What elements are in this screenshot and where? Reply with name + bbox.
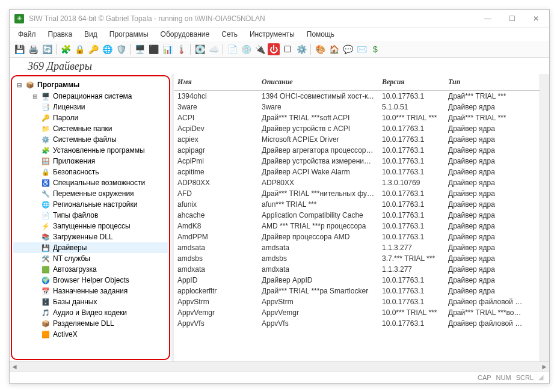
tree-item[interactable]: 🪟Приложения [13, 156, 168, 167]
list-row[interactable]: AmdK8AMD *** TRIAL ***р процессора10.0.1… [174, 221, 549, 231]
col-version[interactable]: Версия [378, 76, 445, 88]
disk-icon[interactable]: 💽 [194, 43, 206, 55]
monitor-icon[interactable]: 🖥️ [134, 43, 146, 55]
menu-item[interactable]: Вид [79, 29, 102, 40]
list-row[interactable]: amdxataamdxata1.1.3.277Драйвер ядра [174, 264, 549, 275]
globe-icon[interactable]: 🌐 [101, 43, 113, 55]
tree-item[interactable]: 🛠️NT службы [13, 253, 168, 264]
refresh-icon[interactable]: 🔄 [41, 43, 53, 55]
col-desc[interactable]: Описание [258, 76, 378, 88]
save-icon[interactable]: 💾 [13, 43, 25, 55]
tree-item[interactable]: 🟩Автозагрузка [13, 264, 168, 275]
tree-item[interactable]: 🗄️Базы данных [13, 296, 168, 307]
list-row[interactable]: acpipagrДрайвер агрегатора процессора...… [174, 145, 549, 156]
tree-item[interactable]: ⊞🖥️Операционная система [13, 91, 168, 102]
lock-icon[interactable]: 🔒 [73, 43, 85, 55]
tree-item[interactable]: ⚡Запущенные процессы [13, 221, 168, 231]
thermometer-icon[interactable]: 🌡️ [175, 43, 187, 55]
doc-icon[interactable]: 📄 [226, 43, 238, 55]
item-icon: 🪟 [41, 156, 51, 166]
menu-item[interactable]: Помощь [302, 29, 339, 40]
maximize-button[interactable]: ☐ [503, 13, 520, 25]
tree-item[interactable]: 🎵Аудио и Видео кодеки [13, 307, 168, 318]
col-name[interactable]: Имя [174, 76, 258, 88]
cpu-icon[interactable]: ⬛ [147, 43, 159, 55]
power-icon[interactable]: ⏻ [268, 43, 280, 55]
list-row[interactable]: AcpiDevДрайвер устройств с ACPI10.0.1776… [174, 123, 549, 134]
home-icon[interactable]: 🏠 [328, 43, 340, 55]
list-row[interactable]: ACPIДрай*** TRIAL ***soft ACPI10.0*** TR… [174, 112, 549, 123]
menu-item[interactable]: Сеть [217, 29, 242, 40]
tree-item[interactable]: 📑Лицензии [13, 102, 168, 112]
list-row[interactable]: acpitimeДрайвер ACPI Wake Alarm10.0.1776… [174, 167, 549, 177]
list-row[interactable]: AmdPPMДрайвер процессора AMD10.0.17763.1… [174, 231, 549, 242]
tree-item[interactable]: 📄Типы файлов [13, 210, 168, 221]
cell: Драй*** TRIAL *** [445, 91, 529, 102]
tree-root[interactable]: ⊟ 📦 Программы [13, 79, 168, 91]
list-row[interactable]: 3ware3ware5.1.0.51Драйвер ядра [174, 102, 549, 112]
tree-item[interactable]: 📦Разделяемые DLL [13, 318, 168, 329]
status-scrl: SCRL [516, 374, 534, 381]
col-type[interactable]: Тип [445, 76, 529, 88]
menu-item[interactable]: Файл [13, 29, 41, 40]
tree-item[interactable]: 🔑Пароли [13, 112, 168, 123]
tree-item[interactable]: 💾Драйверы [13, 242, 168, 253]
menu-item[interactable]: Инструменты [245, 29, 300, 40]
chat-icon[interactable]: 💬 [342, 43, 354, 55]
list-row[interactable]: AcpiPmiДрайвер устройства измерения ...1… [174, 156, 549, 167]
tree-item[interactable]: 📅Назначенные задания [13, 286, 168, 296]
list-row[interactable]: ADP80XXADP80XX1.3.0.10769Драйвер ядра [174, 177, 549, 188]
close-button[interactable]: ✕ [528, 13, 544, 25]
list-row[interactable]: afunixafun*** TRIAL ***10.0.17763.1Драйв… [174, 199, 549, 210]
scroll-left-icon[interactable]: ◄ [10, 362, 19, 372]
list-row[interactable]: AppvVemgrAppvVemgr10.0*** TRIAL ***Драй*… [174, 307, 549, 318]
vertical-scrollbar[interactable] [540, 74, 549, 361]
tree-item[interactable]: 📚Загруженные DLL [13, 231, 168, 242]
list-row[interactable]: applockerfltrДрай*** TRIAL ***ра Smartlo… [174, 286, 549, 296]
list-row[interactable]: amdsbsamdsbs3.7.*** TRIAL ***Драйвер ядр… [174, 253, 549, 264]
expand-icon[interactable]: ⊞ [31, 93, 38, 100]
tree-item[interactable]: 🌐Региональные настройки [13, 199, 168, 210]
cloud-icon[interactable]: ☁️ [208, 43, 220, 55]
display-icon[interactable]: 🖵 [282, 43, 294, 55]
tree-item[interactable]: ⚙️Системные файлы [13, 134, 168, 145]
mail-icon[interactable]: ✉️ [355, 43, 368, 55]
list-row[interactable]: amdsataamdsata1.1.3.277Драйвер ядра [174, 242, 549, 253]
tree-item[interactable]: 🟧ActiveX [13, 329, 168, 340]
menu-item[interactable]: Правка [43, 29, 78, 40]
list-row[interactable]: AppvStrmAppvStrm10.0.17763.1Драйвер файл… [174, 296, 549, 307]
menu-item[interactable]: Оборудование [156, 29, 215, 40]
list-row[interactable]: AppIDДрайвер AppID10.0.17763.1Драйвер яд… [174, 275, 549, 286]
tree-item[interactable]: 🌍Browser Helper Objects [13, 275, 168, 286]
apps-icon[interactable]: 🧩 [60, 43, 72, 55]
tree-item[interactable]: ♿Специальные возможности [13, 177, 168, 188]
shield-icon[interactable]: 🛡️ [115, 43, 127, 55]
tree-pane[interactable]: ⊟ 📦 Программы ⊞🖥️Операционная система📑Ли… [11, 75, 170, 360]
cell: Драйвер ядра [445, 210, 529, 221]
money-icon[interactable]: $ [369, 43, 381, 55]
list-row[interactable]: AFDДрай*** TRIAL ***нительных фун...10.0… [174, 188, 549, 199]
scroll-right-icon[interactable]: ► [540, 362, 549, 372]
tree-item[interactable]: 🔧Переменные окружения [13, 188, 168, 199]
minimize-button[interactable]: — [479, 13, 496, 25]
list-pane[interactable]: Имя Описание Версия Тип 1394ohci1394 OHC… [174, 74, 549, 361]
cd-icon[interactable]: 💿 [240, 43, 252, 55]
list-row[interactable]: acpiexMicrosoft ACPIEx Driver10.0.17763.… [174, 134, 549, 145]
status-cap: CAP [478, 374, 491, 381]
horizontal-scrollbar[interactable]: ◄ ► [10, 361, 549, 371]
list-row[interactable]: AppvVfsAppvVfs10.0.17763.1Драйвер файлов… [174, 318, 549, 329]
tree-item[interactable]: 📁Системные папки [13, 123, 168, 134]
color-icon[interactable]: 🎨 [314, 43, 326, 55]
list-row[interactable]: 1394ohci1394 OHCI-совместимый хост-к...1… [174, 91, 549, 102]
key-icon[interactable]: 🔑 [87, 43, 99, 55]
gear-icon[interactable]: ⚙️ [295, 43, 307, 55]
list-row[interactable]: ahcacheApplication Compatibility Cache10… [174, 210, 549, 221]
tree-item[interactable]: 🔒Безопасность [13, 167, 168, 177]
memory-icon[interactable]: 📊 [161, 43, 173, 55]
print-icon[interactable]: 🖨️ [27, 43, 39, 55]
cell: AMD *** TRIAL ***р процессора [258, 221, 378, 231]
menu-item[interactable]: Программы [105, 29, 153, 40]
net-icon[interactable]: 🔌 [254, 43, 266, 55]
tree-item[interactable]: 🧩Установленные программы [13, 145, 168, 156]
collapse-icon[interactable]: ⊟ [16, 82, 23, 88]
